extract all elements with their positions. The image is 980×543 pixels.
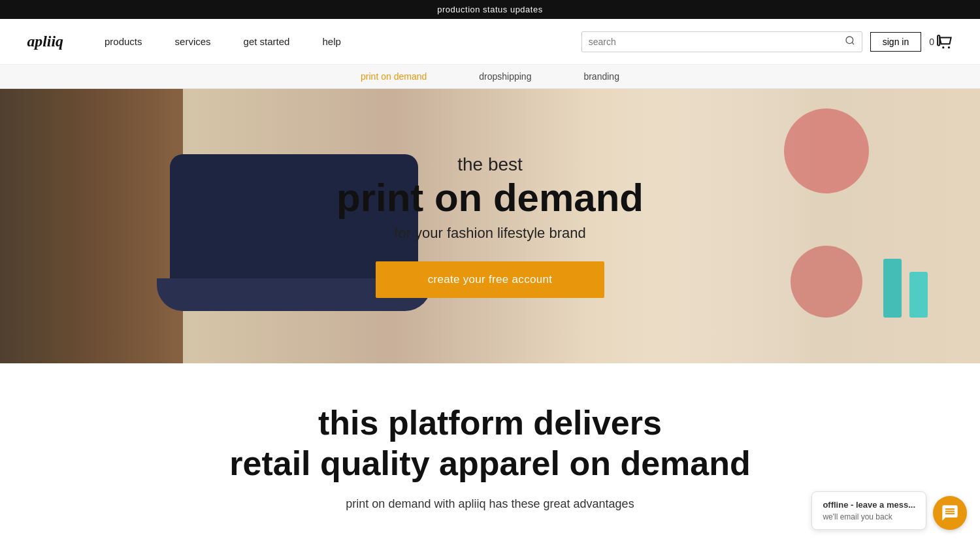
svg-point-1 bbox=[846, 37, 853, 44]
chat-widget: offline - leave a mess... we'll email yo… bbox=[811, 491, 967, 530]
hero-title: print on demand bbox=[336, 176, 644, 220]
nav-help[interactable]: help bbox=[322, 36, 340, 47]
search-input[interactable] bbox=[589, 37, 845, 47]
hero-tagline: for your fashion lifestyle brand bbox=[336, 225, 644, 242]
cart-icon bbox=[937, 33, 954, 50]
sign-in-button[interactable]: sign in bbox=[870, 32, 921, 52]
hero-content: the best print on demand for your fashio… bbox=[336, 154, 644, 298]
chat-icon bbox=[941, 504, 959, 522]
subnav-print-on-demand[interactable]: print on demand bbox=[361, 71, 427, 82]
subnav-dropshipping[interactable]: dropshipping bbox=[479, 71, 531, 82]
search-icon bbox=[845, 35, 855, 46]
logo-icon: apliiq bbox=[26, 25, 72, 56]
create-account-button[interactable]: create your free account bbox=[376, 261, 605, 298]
header: apliiq products services get started hel… bbox=[0, 19, 980, 65]
svg-point-5 bbox=[948, 46, 950, 48]
chat-bubble: offline - leave a mess... we'll email yo… bbox=[811, 491, 926, 530]
header-right: sign in 0 bbox=[581, 31, 954, 52]
svg-text:apliiq: apliiq bbox=[27, 33, 63, 50]
svg-line-2 bbox=[852, 42, 854, 44]
logo[interactable]: apliiq bbox=[26, 25, 72, 59]
nav-products[interactable]: products bbox=[105, 36, 142, 47]
hero-section: the best print on demand for your fashio… bbox=[0, 89, 980, 363]
search-box bbox=[581, 31, 862, 52]
hero-circle-1 bbox=[784, 108, 869, 193]
nav-services[interactable]: services bbox=[175, 36, 211, 47]
subnav-branding[interactable]: branding bbox=[583, 71, 619, 82]
hero-teal-2 bbox=[909, 272, 928, 318]
cart-count: 0 bbox=[929, 37, 934, 47]
search-button[interactable] bbox=[845, 35, 855, 48]
chat-offline-label: offline - leave a mess... bbox=[823, 500, 915, 510]
hero-bg-left bbox=[0, 89, 183, 363]
nav-get-started[interactable]: get started bbox=[244, 36, 290, 47]
top-bar: production status updates bbox=[0, 0, 980, 19]
sub-nav: print on demand dropshipping branding bbox=[0, 65, 980, 89]
platform-title: this platform delivers retail quality ap… bbox=[13, 403, 967, 484]
svg-point-4 bbox=[942, 46, 944, 48]
cart-area[interactable]: 0 bbox=[929, 33, 954, 50]
platform-description: print on demand with apliiq has these gr… bbox=[261, 497, 719, 511]
chat-avatar-button[interactable] bbox=[933, 496, 967, 530]
platform-title-line1: this platform delivers bbox=[13, 403, 967, 443]
top-bar-text: production status updates bbox=[437, 5, 542, 14]
hero-teal-1 bbox=[883, 259, 902, 318]
platform-title-line2: retail quality apparel on demand bbox=[13, 443, 967, 484]
main-nav: products services get started help bbox=[105, 36, 581, 47]
hero-circle-2 bbox=[791, 246, 862, 318]
chat-offline-sub: we'll email you back bbox=[823, 512, 915, 521]
hero-subtitle: the best bbox=[336, 154, 644, 175]
